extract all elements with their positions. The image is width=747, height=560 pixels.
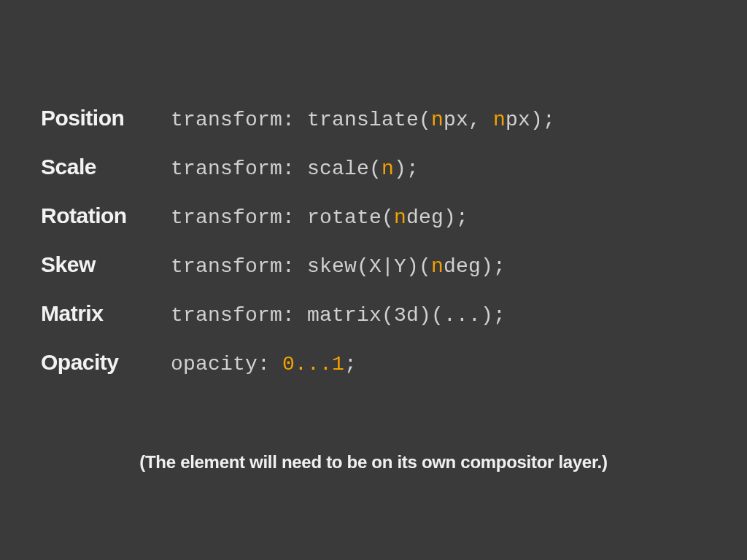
code-highlight: 0...1 xyxy=(282,353,344,376)
property-code: transform: rotate(ndeg); xyxy=(171,206,468,229)
property-row: Opacityopacity: 0...1; xyxy=(41,350,706,376)
code-text: deg); xyxy=(406,206,468,229)
property-code: transform: scale(n); xyxy=(171,158,419,180)
code-text: transform: translate( xyxy=(171,109,431,131)
property-label: Scale xyxy=(41,155,171,179)
property-row: Scaletransform: scale(n); xyxy=(41,155,706,180)
property-label: Rotation xyxy=(41,203,171,228)
code-text: ); xyxy=(394,158,419,180)
property-list: Positiontransform: translate(npx, npx);S… xyxy=(41,106,706,376)
property-label: Matrix xyxy=(41,301,171,326)
property-row: Matrixtransform: matrix(3d)(...); xyxy=(41,301,706,327)
property-label: Opacity xyxy=(41,350,171,375)
code-highlight: n xyxy=(394,206,406,229)
property-row: Rotationtransform: rotate(ndeg); xyxy=(41,203,706,229)
code-highlight: n xyxy=(431,109,444,131)
property-label: Skew xyxy=(41,252,171,277)
property-label: Position xyxy=(41,106,171,131)
code-text: ; xyxy=(344,353,357,376)
property-code: transform: translate(npx, npx); xyxy=(171,109,555,131)
code-text: px, xyxy=(444,109,493,131)
property-code: transform: skew(X|Y)(ndeg); xyxy=(171,255,506,278)
property-code: transform: matrix(3d)(...); xyxy=(171,304,506,327)
code-text: opacity: xyxy=(171,353,282,376)
code-text: transform: skew(X|Y)( xyxy=(171,255,431,278)
code-highlight: n xyxy=(382,158,394,180)
code-highlight: n xyxy=(493,109,506,131)
property-code: opacity: 0...1; xyxy=(171,353,357,376)
code-text: transform: rotate( xyxy=(171,206,394,229)
slide: Positiontransform: translate(npx, npx);S… xyxy=(0,0,747,560)
property-row: Positiontransform: translate(npx, npx); xyxy=(41,106,706,131)
code-highlight: n xyxy=(431,255,444,278)
property-row: Skewtransform: skew(X|Y)(ndeg); xyxy=(41,252,706,278)
code-text: px); xyxy=(506,109,555,131)
code-text: deg); xyxy=(444,255,506,278)
code-text: transform: matrix(3d)(...); xyxy=(171,304,506,327)
code-text: transform: scale( xyxy=(171,158,382,180)
footnote: (The element will need to be on its own … xyxy=(0,452,747,472)
